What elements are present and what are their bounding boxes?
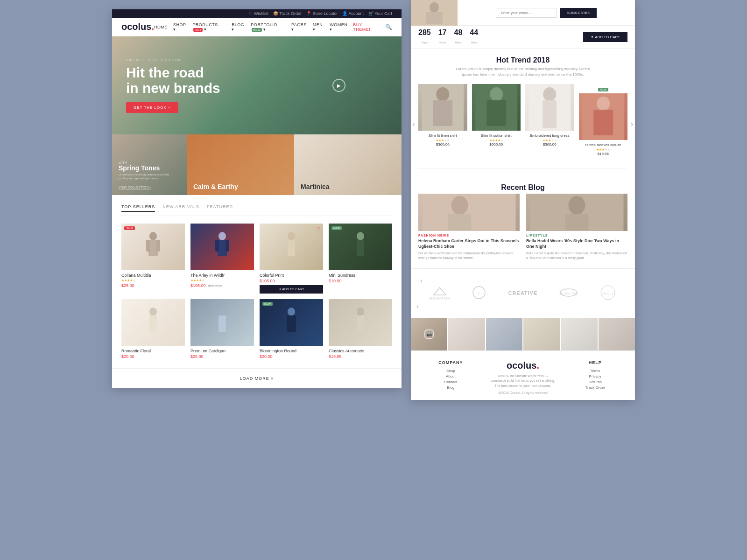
footer-link-track-order[interactable]: Track Order (563, 385, 627, 390)
trend-stars-1: ★★★★★ (418, 139, 467, 142)
store-locator-link[interactable]: 📍 Store Locator (306, 11, 338, 16)
svg-point-8 (288, 232, 295, 240)
trend-next-arrow[interactable]: › (631, 120, 633, 128)
sub-spring-overlay: WITH Spring Tones Lorem ipsum is simply … (119, 161, 179, 190)
hot-trend-section: Hot Trend 2018 Lorem ipsum is simply dum… (411, 49, 635, 168)
sale-badge-1: SALE (124, 226, 135, 230)
product-price-6: $25.00 (190, 354, 254, 359)
product-card-5: Romantic Floral $20.00 (121, 299, 185, 359)
footer-link-terms[interactable]: Terms (563, 369, 627, 373)
nav-portfolio[interactable]: PORTFOLIO NEW ▾ (251, 22, 286, 32)
insta-item-3[interactable] (486, 318, 522, 350)
new-badge-4: NEW (331, 226, 342, 230)
insta-item-2[interactable] (448, 318, 485, 350)
products-tabs: TOP SELLERS NEW ARRIVALS FEATURED (121, 204, 392, 216)
nav-buy-theme[interactable]: BUY THEME! (353, 22, 376, 32)
product-card-3: ♡ Colorful Print $105.00 ✦ ADD TO CART (260, 224, 323, 294)
trend-name-1: Slim-fit linen shirt (418, 133, 467, 138)
footer-company: COMPANY Shop About Contact Blog (418, 360, 483, 395)
nav-pages[interactable]: PAGES ▾ (291, 22, 307, 32)
trend-prev-arrow[interactable]: ‹ (413, 120, 415, 128)
tab-featured[interactable]: FEATURED (207, 204, 233, 212)
footer-link-about[interactable]: About (418, 374, 483, 378)
blog-category-1: FASHION NEWS (418, 234, 520, 237)
trend-price-2: $605.00 (472, 142, 521, 147)
nav-products[interactable]: PRODUCTS HOT ▾ (192, 22, 226, 32)
nav-shop[interactable]: SHOP ▾ (173, 22, 187, 32)
footer-logo: ocolus. (491, 360, 556, 371)
footer-copyright: @2018 Ocolus. All rights reserved (491, 391, 556, 394)
trend-stars-4: ★★★★★ (579, 148, 628, 152)
cart-link[interactable]: 🛒 Your Cart (368, 11, 392, 16)
svg-point-24 (436, 87, 449, 101)
left-panel: ♡ Wishlist 📦 Track Order 📍 Store Locator… (112, 9, 402, 388)
nav-links: HOME SHOP ▾ PRODUCTS HOT ▾ BLOG ▾ PORTFO… (154, 22, 392, 32)
hero-cta-button[interactable]: GET THE LOOK » (126, 102, 178, 113)
insta-item-4[interactable] (523, 318, 560, 350)
instagram-grid: 📷 (411, 318, 635, 350)
blog-grid: FASHION NEWS Helena Bonham Carter Steps … (418, 194, 627, 260)
product-image-2 (190, 224, 254, 270)
trend-card-1: Slim-fit linen shirt ★★★★★ $360.00 (418, 84, 467, 157)
nav-home[interactable]: HOME (154, 25, 168, 29)
blog-image-1 (418, 194, 520, 231)
tab-top-sellers[interactable]: TOP SELLERS (121, 204, 155, 212)
blog-card-1: FASHION NEWS Helena Bonham Carter Steps … (418, 194, 520, 260)
hero-play-button[interactable]: ▶ (332, 79, 345, 92)
blog-title-2: Bella Hadid Wears '60s-Style Dior Two Wa… (526, 238, 627, 249)
brands-next-arrow[interactable]: › (416, 302, 419, 310)
track-order-link[interactable]: 📦 Track Order (273, 11, 302, 16)
days-number: 285 (418, 28, 431, 37)
insta-item-5[interactable] (561, 318, 597, 350)
blog-text-1: Did we think we'd ever see the mannequin… (418, 251, 520, 260)
brands-prev-arrow[interactable]: ‹ (420, 277, 423, 284)
insta-item-1[interactable]: 📷 (411, 318, 447, 350)
svg-point-12 (149, 308, 157, 316)
trend-price-1: $360.00 (418, 142, 467, 147)
svg-point-16 (288, 308, 295, 316)
tab-new-arrivals[interactable]: NEW ARRIVALS (162, 204, 199, 212)
nav-women[interactable]: WOMEN ▾ (330, 22, 347, 32)
svg-point-30 (543, 87, 556, 101)
svg-rect-11 (357, 240, 364, 256)
heart-icon-3[interactable]: ♡ (316, 226, 320, 231)
nav-blog[interactable]: BLOG ▾ (232, 22, 245, 32)
footer-link-shop[interactable]: Shop (418, 369, 483, 373)
add-to-cart-featured-button[interactable]: ✦ ADD TO CART (583, 32, 627, 42)
add-to-cart-button-3[interactable]: ✦ ADD TO CART (260, 285, 323, 294)
trend-card-4: NEW Puffed sleeves blouse ★★★★★ $19.96 (579, 84, 628, 157)
svg-point-21 (430, 2, 439, 13)
site-logo[interactable]: ocolus. (121, 21, 154, 32)
subscribe-button[interactable]: SUBSCRIBE (560, 8, 597, 18)
footer-link-privacy[interactable]: Privacy (563, 374, 627, 378)
product-name-5: Romantic Floral (121, 349, 185, 353)
subscribe-input[interactable] (496, 8, 557, 18)
load-more-button[interactable]: LOAD MORE » (112, 368, 402, 388)
insta-item-6[interactable] (599, 318, 635, 350)
product-card-4: NEW Mini Sundress $10.50 (329, 224, 392, 294)
nav-main: ocolus. HOME SHOP ▾ PRODUCTS HOT ▾ BLOG … (112, 18, 402, 36)
hours-number: 17 (438, 28, 447, 37)
products-grid-row1: SALE Coliana Multitlia ★★★★★ $25.00 The … (121, 224, 392, 294)
footer-link-blog[interactable]: Blog (418, 385, 483, 390)
sub-spring-link[interactable]: VIEW COLLECTION » (119, 186, 151, 189)
svg-rect-31 (543, 100, 557, 128)
account-link[interactable]: 👤 Account (342, 11, 364, 16)
search-icon[interactable]: 🔍 (385, 24, 392, 30)
trend-image-3 (525, 84, 574, 131)
trend-new-badge-4: NEW (598, 88, 608, 91)
footer-link-returns[interactable]: Returns (563, 380, 627, 384)
svg-rect-6 (215, 240, 219, 252)
brand-underground: UNDERGROUND (559, 288, 578, 298)
nav-men[interactable]: MEN ▾ (313, 22, 324, 32)
svg-point-27 (490, 87, 503, 101)
brand-creative: CREATIVE (508, 290, 537, 296)
footer-link-contact[interactable]: Contact (418, 380, 483, 384)
hero-label: JACKET COLLECTION (126, 58, 220, 62)
wishlist-link[interactable]: ♡ Wishlist (249, 11, 268, 16)
countdown-timer-row: 285 Days 17 Hours 48 Mins 44 Secs ✦ ADD … (411, 26, 635, 49)
sub-hero-grid: WITH Spring Tones Lorem ipsum is simply … (112, 134, 402, 195)
countdown-mins: 48 Mins (454, 28, 463, 45)
product-price-3: $105.00 (260, 279, 323, 283)
featured-product-img (411, 0, 458, 25)
